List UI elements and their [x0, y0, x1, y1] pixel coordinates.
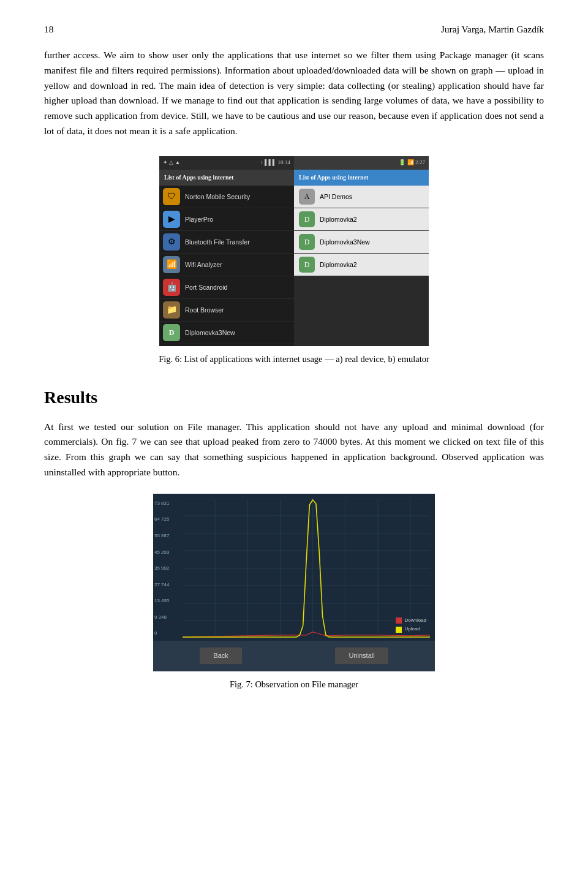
- list-item: 🛡 Norton Mobile Security: [159, 186, 294, 208]
- back-button[interactable]: Back: [200, 647, 241, 664]
- page-header: 18 Juraj Varga, Martin Gazdík: [44, 22, 544, 37]
- paragraph-2: At first we tested our solution on File …: [44, 420, 544, 480]
- graph-svg: 470 ~015 ~03 ~047 ~12.5 ~1.05 ~1.00 ~105: [183, 499, 430, 638]
- y-label: 64 725: [154, 516, 169, 523]
- phone-title-bar: List of Apps using internet: [159, 170, 294, 186]
- figure-6-container: ✦ △ ▲ ↕ ▌▌▌ 10:34 List of Apps using int…: [44, 156, 544, 346]
- figure-6-real-device: ✦ △ ▲ ↕ ▌▌▌ 10:34 List of Apps using int…: [159, 156, 294, 346]
- graph-legend: Download Upload: [396, 617, 426, 633]
- app-name: Wifi Analyzer: [185, 260, 222, 270]
- app-name: Diplomovka2: [320, 260, 357, 270]
- list-item: D Diplomovka2: [294, 208, 429, 231]
- list-item: D Diplomovka3New: [294, 231, 429, 254]
- figure-7-graph-screen: 73 831 64 725 55 887 45 293 35 992 27 74…: [153, 494, 435, 671]
- graph-bottom-bar: Back Uninstall: [153, 641, 435, 671]
- download-color-swatch: [396, 617, 402, 624]
- page-number: 18: [44, 22, 54, 37]
- y-label: 55 887: [154, 532, 169, 540]
- app-icon: 📁: [163, 301, 180, 319]
- app-name: Diplomovka3New: [320, 237, 370, 247]
- author-line: Juraj Varga, Martin Gazdík: [441, 22, 544, 37]
- phone-status-bar: ✦ △ ▲ ↕ ▌▌▌ 10:34: [159, 156, 294, 170]
- emulator-app-icon: D: [299, 257, 315, 273]
- y-label: 73 831: [154, 500, 169, 507]
- legend-upload-label: Upload: [404, 625, 420, 633]
- legend-download: Download: [396, 617, 426, 624]
- phone-title-text: List of Apps using internet: [164, 173, 233, 183]
- figure-6-emulator: 🔋 📶 2:27 List of Apps using internet A A…: [294, 156, 429, 346]
- list-item: 🤖 Port Scandroid: [159, 276, 294, 299]
- results-heading: Results: [44, 384, 544, 410]
- list-item: ▶ PlayerPro: [159, 208, 294, 231]
- list-item: 📶 Wifi Analyzer: [159, 254, 294, 276]
- app-icon: ▶: [163, 211, 180, 228]
- list-item: D Diplomovka2: [294, 254, 429, 276]
- y-label: 35 992: [154, 565, 169, 572]
- list-item: D Diplomovka3New: [159, 322, 294, 344]
- y-label: 13 495: [154, 597, 169, 605]
- app-icon: 🛡: [163, 188, 180, 205]
- emulator-app-icon: D: [299, 234, 315, 250]
- app-icon: 🤖: [163, 279, 180, 296]
- app-name: Norton Mobile Security: [185, 192, 250, 202]
- emulator-app-icon: A: [299, 189, 315, 205]
- app-name: Diplomovka3New: [185, 328, 235, 338]
- app-icon: D: [163, 324, 180, 341]
- graph-y-labels: 73 831 64 725 55 887 45 293 35 992 27 74…: [154, 500, 169, 638]
- list-item: A API Demos: [294, 186, 429, 208]
- app-icon: ⚙: [163, 233, 180, 251]
- status-icons-left: ✦ △ ▲: [163, 159, 180, 167]
- app-name: Bluetooth File Transfer: [185, 237, 250, 247]
- figure-7-container: 73 831 64 725 55 887 45 293 35 992 27 74…: [44, 494, 544, 671]
- upload-color-swatch: [396, 627, 402, 633]
- emulator-title-text: List of Apps using internet: [299, 173, 368, 183]
- app-name: Root Browser: [185, 305, 224, 315]
- y-label: 27 744: [154, 581, 169, 589]
- app-name: Port Scandroid: [185, 282, 227, 292]
- figure-7-caption: Fig. 7: Observation on File manager: [44, 678, 544, 691]
- app-name: PlayerPro: [185, 214, 213, 224]
- list-item: 📷 CamScanner: [159, 344, 294, 346]
- uninstall-button[interactable]: Uninstall: [335, 647, 388, 664]
- emulator-status-text: 🔋 📶 2:27: [399, 159, 425, 167]
- paragraph-1: further access. We aim to show user only…: [44, 48, 544, 139]
- app-name: Diplomovka2: [320, 214, 357, 224]
- list-item: ⚙ Bluetooth File Transfer: [159, 231, 294, 254]
- figure-6-caption: Fig. 6: List of applications with intern…: [44, 352, 544, 366]
- y-label: 9 248: [154, 614, 169, 621]
- y-label: 45 293: [154, 549, 169, 556]
- emulator-title-bar: List of Apps using internet: [294, 170, 429, 186]
- app-name: API Demos: [320, 192, 352, 202]
- legend-upload: Upload: [396, 625, 426, 633]
- status-icons-right: ↕ ▌▌▌ 10:34: [260, 159, 290, 167]
- emulator-status-bar: 🔋 📶 2:27: [294, 156, 429, 170]
- y-label: 0: [154, 630, 169, 637]
- emulator-app-icon: D: [299, 211, 315, 227]
- list-item: 📁 Root Browser: [159, 299, 294, 322]
- app-icon: 📶: [163, 256, 180, 273]
- legend-download-label: Download: [404, 617, 426, 624]
